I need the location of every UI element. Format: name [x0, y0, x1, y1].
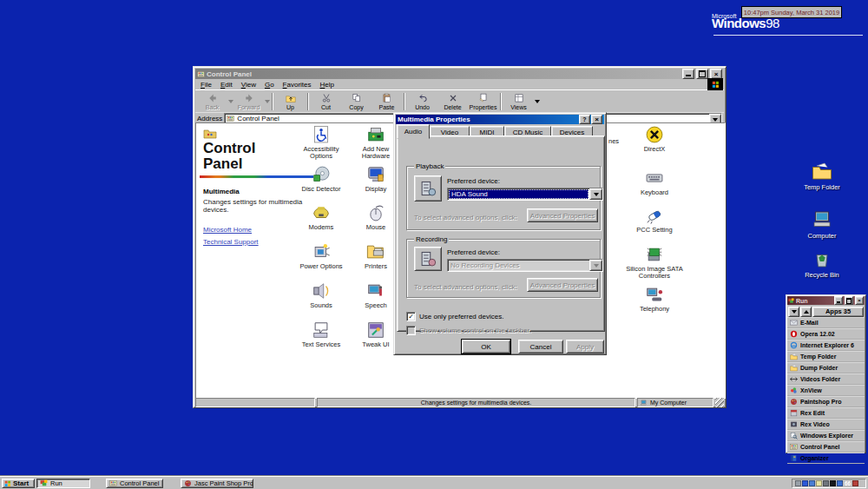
app-item-windows-explorer[interactable]: Windows Explorer — [787, 430, 865, 441]
app-item-xnview[interactable]: XnView — [787, 385, 865, 396]
toolbar-back-button[interactable]: Back — [197, 91, 227, 112]
text-services-icon — [312, 320, 331, 340]
toolbar-undo-button[interactable]: Undo — [407, 91, 437, 112]
ok-button[interactable]: OK — [462, 340, 510, 354]
app-item-internet-explorer-6[interactable]: Internet Explorer 6 — [787, 340, 865, 351]
app-item-paintshop-pro[interactable]: Paintshop Pro — [787, 396, 865, 407]
expand-button[interactable] — [800, 307, 812, 317]
checkbox-use-preferred-devices[interactable]: ✓Use only preferred devices. — [406, 312, 503, 321]
cp-icon-pcc-setting[interactable]: PCC Setting — [618, 206, 691, 234]
minimize-button[interactable] — [834, 296, 843, 305]
toolbar-copy-button[interactable]: Copy — [341, 91, 372, 112]
chevron-down-icon[interactable] — [589, 188, 602, 200]
monitor-tray-icon[interactable] — [830, 480, 836, 486]
chevron-down-icon[interactable] — [264, 91, 270, 112]
directx-icon — [645, 125, 664, 144]
checkbox-box[interactable]: ✓ — [406, 312, 416, 321]
menu-item-favorites[interactable]: Favorites — [279, 81, 316, 89]
menu-item-edit[interactable]: Edit — [216, 81, 237, 89]
app-item-organizer[interactable]: Organizer — [787, 453, 865, 464]
close-button[interactable]: × — [591, 115, 602, 124]
minimize-button[interactable] — [682, 69, 694, 79]
videos-icon — [790, 375, 798, 383]
app-item-opera-12-02[interactable]: Opera 12.02 — [787, 328, 865, 340]
app-item-label: Internet Explorer 6 — [800, 342, 854, 348]
plug-tray-icon[interactable] — [837, 480, 843, 486]
run-titlebar[interactable]: Run × — [787, 296, 865, 305]
start-button[interactable]: Start — [2, 479, 35, 488]
menu-item-view[interactable]: View — [237, 81, 260, 89]
battery-tray-icon[interactable] — [816, 480, 822, 486]
maximize-button[interactable] — [845, 296, 853, 305]
resize-grip[interactable] — [715, 398, 724, 407]
app-item-e-mail[interactable]: E-Mail — [787, 317, 865, 328]
display-tray-icon[interactable] — [802, 480, 808, 486]
cp-icon-disc-detector[interactable]: Disc Detector — [293, 165, 349, 193]
toolbar-properties-button[interactable]: Properties — [468, 91, 498, 112]
cp-icon-keyboard[interactable]: Keyboard — [618, 169, 691, 196]
maximize-button[interactable] — [696, 69, 708, 79]
tab-audio[interactable]: Audio — [397, 124, 430, 139]
app-item-label: Videos Folder — [800, 376, 840, 382]
checkbox-show-volume-control[interactable]: Show volume control on the taskbar. — [406, 326, 531, 335]
help-button[interactable]: ? — [579, 115, 590, 124]
window-titlebar[interactable]: Control Panel × — [195, 69, 724, 79]
app-list: E-MailOpera 12.02Internet Explorer 6Temp… — [787, 317, 865, 464]
toolbar-paste-label: Paste — [379, 104, 395, 110]
cp-icon-directx[interactable]: DirectX — [618, 125, 691, 153]
volume-tray-icon[interactable] — [795, 480, 801, 486]
toolbar-delete-button[interactable]: Delete — [437, 91, 468, 112]
toolbar-views-button[interactable]: Views — [503, 91, 534, 112]
chevron-down-icon[interactable] — [534, 91, 540, 112]
toolbar-paste-button[interactable]: Paste — [372, 91, 402, 112]
taskbar-button-jasc-paint-shop-pro-[interactable]: Jasc Paint Shop Pro .. — [181, 479, 253, 488]
menu-item-file[interactable]: File — [196, 81, 216, 89]
alert-tray-icon[interactable] — [852, 480, 858, 486]
organizer-icon — [790, 454, 798, 462]
app-item-rex-edit[interactable]: Rex Edit — [787, 407, 865, 419]
checkbox-box[interactable] — [406, 326, 416, 335]
app-item-control-panel[interactable]: Control Panel — [787, 441, 865, 453]
app-item-rex-video[interactable]: Rex Video — [787, 419, 865, 430]
menu-item-go[interactable]: Go — [260, 81, 279, 89]
chevron-down-icon[interactable] — [227, 91, 233, 112]
device-tray-icon[interactable] — [823, 480, 829, 486]
dialog-titlebar[interactable]: Multimedia Properties ? × — [396, 115, 604, 124]
recording-device-button[interactable] — [414, 247, 442, 271]
desktop-icon-recycle-bin[interactable]: Recycle Bin — [786, 248, 858, 279]
playback-advanced-button[interactable]: Advanced Properties — [527, 208, 598, 222]
taskbar-button-control-panel[interactable]: Control Panel — [106, 479, 163, 488]
cp-icon-accessibility-options[interactable]: Accessibility Options — [293, 125, 349, 160]
cp-icon-silicon-image-sata-controllers[interactable]: Silicon Image SATA Controllers — [618, 245, 691, 280]
cancel-button[interactable]: Cancel — [518, 340, 563, 354]
maximize-icon — [699, 70, 706, 77]
sounds-icon — [312, 281, 331, 301]
toolbar-up-button[interactable]: Up — [275, 91, 306, 112]
cp-icon-power-options[interactable]: Power Options — [293, 242, 349, 270]
cp-icon-text-services[interactable]: Text Services — [293, 320, 349, 348]
app-item-temp-folder[interactable]: Temp Folder — [787, 351, 865, 362]
shield-tray-icon[interactable] — [809, 480, 815, 486]
app-item-videos-folder[interactable]: Videos Folder — [787, 373, 865, 385]
toolbar-forward-button[interactable]: Forward — [233, 91, 264, 112]
opera-icon — [790, 330, 798, 338]
technical-support-link[interactable]: Technical Support — [203, 238, 259, 246]
desktop-icon-temp-folder[interactable]: Temp Folder — [786, 161, 858, 191]
desktop-icon-computer[interactable]: Computer — [786, 209, 858, 240]
playback-device-select[interactable]: HDA Sound — [447, 188, 603, 201]
cp-icon-label: PCC Setting — [636, 227, 672, 234]
toolbar-cut-button[interactable]: Cut — [311, 91, 341, 112]
cp-icon-modems[interactable]: Modems — [293, 203, 349, 231]
forward-arrow-icon — [244, 93, 254, 103]
menu-item-help[interactable]: Help — [316, 81, 339, 89]
cp-icon-sounds[interactable]: Sounds — [293, 281, 349, 309]
taskbar-button-run[interactable]: Run — [36, 479, 90, 488]
microsoft-home-link[interactable]: Microsoft Home — [203, 226, 252, 234]
recording-advanced-button: Advanced Properties — [527, 278, 598, 292]
app-item-dump-folder[interactable]: Dump Folder — [787, 362, 865, 373]
apps-count-header[interactable]: Apps 35 — [812, 307, 864, 317]
collapse-button[interactable] — [788, 307, 799, 317]
close-button[interactable]: × — [855, 296, 864, 305]
playback-device-button[interactable] — [414, 175, 442, 202]
cp-icon-telephony[interactable]: Telephony — [618, 285, 691, 313]
